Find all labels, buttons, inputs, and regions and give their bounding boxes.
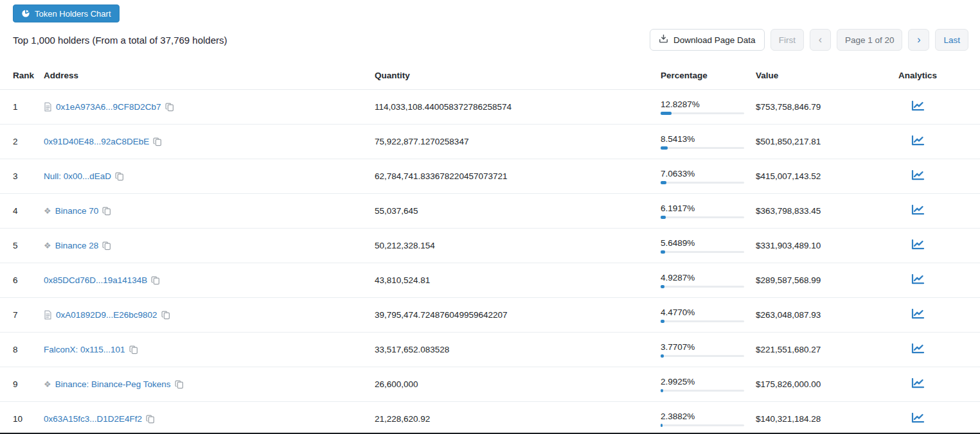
percentage-cell: 3.7707% — [661, 342, 756, 357]
address-cell: ❖ 0x63A15fc3...D1D2E4Ff2 — [44, 414, 375, 424]
chevron-right-icon: › — [917, 35, 920, 45]
copy-address-icon[interactable] — [146, 415, 155, 424]
address-cell: ❖ Null: 0x00...dEaD — [44, 171, 375, 181]
column-header-analytics: Analytics — [898, 71, 937, 80]
address-link[interactable]: Null: 0x00...dEaD — [44, 171, 111, 181]
rank-cell: 8 — [13, 345, 44, 354]
percentage-cell: 4.9287% — [661, 273, 756, 288]
analytics-chart-icon[interactable] — [911, 170, 925, 181]
analytics-chart-icon[interactable] — [911, 274, 925, 285]
value-cell: $175,826,000.00 — [756, 379, 900, 389]
rank-cell: 4 — [13, 206, 44, 216]
copy-address-icon[interactable] — [165, 103, 174, 112]
percentage-text: 12.8287% — [661, 100, 756, 109]
address-link[interactable]: Binance 70 — [55, 206, 99, 216]
address-link[interactable]: Binance: Binance-Peg Tokens — [55, 379, 171, 389]
value-cell: $363,798,833.45 — [756, 206, 900, 216]
quantity-cell: 50,212,328.154 — [375, 241, 661, 250]
address-link[interactable]: 0x1eA973A6...9CF8D2Cb7 — [56, 102, 161, 112]
percentage-bar-track — [661, 216, 744, 218]
address-link[interactable]: 0xA01892D9...E26bc9802 — [56, 310, 157, 320]
analytics-chart-icon[interactable] — [911, 101, 925, 112]
table-row: 6 ❖ 0x85DCd76D...19a14134B 43,81 — [0, 263, 980, 297]
address-link[interactable]: 0x63A15fc3...D1D2E4Ff2 — [44, 414, 142, 424]
copy-address-icon[interactable] — [102, 207, 111, 216]
rank-cell: 9 — [13, 379, 44, 389]
pagination-prev-button[interactable]: ‹ — [810, 29, 831, 51]
copy-address-icon[interactable] — [175, 380, 184, 389]
percentage-bar-fill — [661, 389, 663, 392]
quantity-cell: 75,922,877.1270258347 — [375, 137, 661, 146]
rank-cell: 1 — [13, 102, 44, 112]
address-cell: ❖ Binance 70 — [44, 206, 375, 216]
rank-cell: 10 — [13, 414, 44, 424]
rank-cell: 3 — [13, 171, 44, 181]
copy-address-icon[interactable] — [151, 276, 160, 285]
copy-address-icon[interactable] — [129, 345, 138, 354]
quantity-cell: 33,517,652.083528 — [375, 345, 661, 354]
percentage-bar-fill — [661, 424, 663, 427]
analytics-chart-icon[interactable] — [911, 135, 925, 146]
chart-button-label: Token Holders Chart — [35, 9, 111, 19]
percentage-bar-track — [661, 251, 744, 253]
value-cell: $140,321,184.28 — [756, 414, 900, 424]
download-page-data-button[interactable]: Download Page Data — [650, 29, 765, 51]
pagination-last-button[interactable]: Last — [935, 29, 968, 51]
address-link[interactable]: 0x91D40E48...92aC8DEbE — [44, 137, 149, 146]
quantity-cell: 43,810,524.81 — [375, 275, 661, 285]
percentage-cell: 12.8287% — [661, 100, 756, 114]
percentage-text: 6.1917% — [661, 204, 756, 213]
column-header-value: Value — [756, 71, 900, 80]
table-row: 1 ❖ 0x1eA973A6...9CF8D2Cb7 114,0 — [0, 89, 980, 124]
copy-address-icon[interactable] — [153, 137, 162, 146]
percentage-cell: 4.4770% — [661, 308, 756, 322]
analytics-chart-icon[interactable] — [911, 239, 925, 250]
analytics-chart-icon[interactable] — [911, 309, 925, 320]
column-header-rank: Rank — [13, 71, 44, 80]
address-cell: ❖ 0x85DCd76D...19a14134B — [44, 275, 375, 285]
analytics-cell — [911, 309, 925, 322]
table-row: 9 ❖ Binance: Binance-Peg Tokens — [0, 367, 980, 401]
quantity-cell: 39,795,474.724876049959642207 — [375, 310, 661, 320]
table-row: 5 ❖ Binance 28 50,212,328.154 — [0, 228, 980, 263]
token-holders-chart-button[interactable]: Token Holders Chart — [13, 4, 120, 22]
address-cell: ❖ Binance: Binance-Peg Tokens — [44, 379, 375, 389]
table-row: 3 ❖ Null: 0x00...dEaD 62,784,741 — [0, 159, 980, 193]
analytics-chart-icon[interactable] — [911, 205, 925, 216]
analytics-cell — [911, 378, 925, 391]
analytics-cell — [911, 413, 925, 426]
analytics-cell — [911, 274, 925, 287]
address-cell: ❖ Binance 28 — [44, 241, 375, 250]
address-cell: ❖ 0x1eA973A6...9CF8D2Cb7 — [44, 102, 375, 112]
address-link[interactable]: FalconX: 0x115...101 — [44, 345, 125, 354]
copy-address-icon[interactable] — [102, 241, 111, 250]
table-row: 4 ❖ Binance 70 55,037,645 — [0, 193, 980, 228]
percentage-bar-fill — [661, 216, 666, 219]
address-link[interactable]: 0x85DCd76D...19a14134B — [44, 275, 147, 285]
toolbar-row: Top 1,000 holders (From a total of 37,76… — [0, 28, 980, 51]
value-cell: $331,903,489.10 — [756, 241, 900, 250]
percentage-bar-fill — [661, 354, 664, 358]
percentage-cell: 2.3882% — [661, 412, 756, 426]
percentage-cell: 8.5413% — [661, 134, 756, 149]
copy-address-icon[interactable] — [115, 172, 124, 181]
contract-icon — [44, 310, 52, 320]
analytics-chart-icon[interactable] — [911, 343, 925, 354]
percentage-bar-fill — [661, 250, 665, 254]
percentage-text: 3.7707% — [661, 342, 756, 352]
download-icon — [659, 34, 668, 46]
analytics-chart-icon[interactable] — [911, 413, 925, 424]
percentage-text: 7.0633% — [661, 169, 756, 178]
pagination-next-button[interactable]: › — [908, 29, 929, 51]
address-link[interactable]: Binance 28 — [55, 241, 99, 250]
analytics-chart-icon[interactable] — [911, 378, 925, 389]
percentage-bar-track — [661, 147, 744, 149]
pagination-first-button[interactable]: First — [771, 29, 804, 51]
address-cell: ❖ 0x91D40E48...92aC8DEbE — [44, 137, 375, 146]
column-header-percentage: Percentage — [661, 71, 756, 80]
chevron-left-icon: ‹ — [819, 35, 822, 45]
quantity-cell: 62,784,741.833678220457073721 — [375, 171, 661, 181]
percentage-text: 5.6489% — [661, 238, 756, 248]
percentage-bar-track — [661, 355, 744, 357]
copy-address-icon[interactable] — [161, 311, 170, 320]
